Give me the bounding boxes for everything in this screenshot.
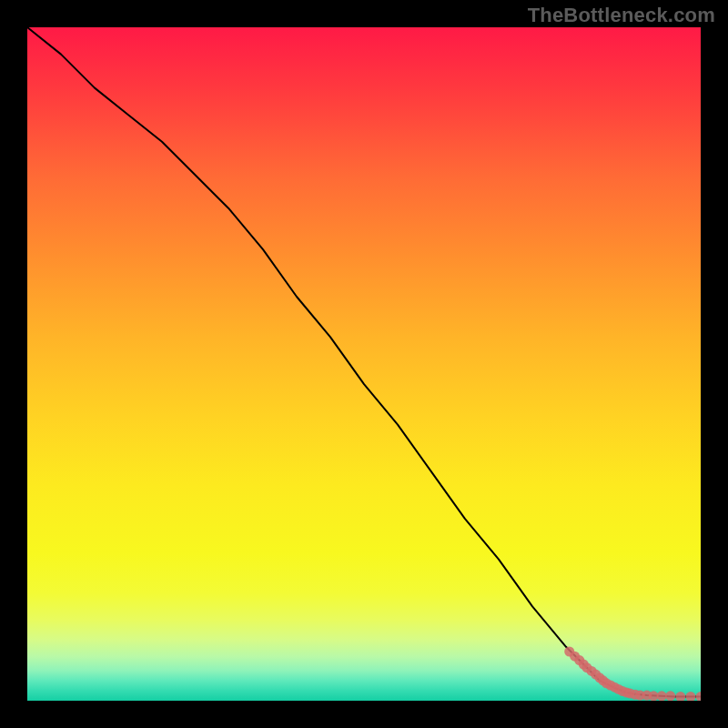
series-line-curve (27, 27, 701, 697)
attribution-label: TheBottleneck.com (528, 4, 715, 27)
plot-area (27, 27, 701, 701)
chart-overlay (27, 27, 701, 701)
series-point-tail-points (696, 692, 702, 701)
series-point-tail-points (657, 691, 667, 701)
series-point-tail-points (665, 691, 675, 701)
chart-stage: TheBottleneck.com (0, 0, 728, 728)
series-point-tail-points (675, 692, 685, 701)
series-point-tail-points (685, 692, 695, 701)
